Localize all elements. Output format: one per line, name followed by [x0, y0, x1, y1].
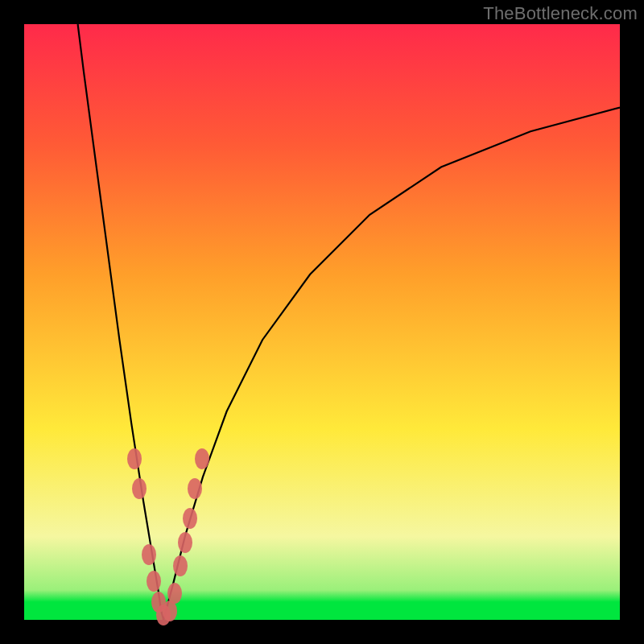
data-marker	[183, 508, 197, 529]
data-marker	[195, 448, 209, 469]
chart-frame: TheBottleneck.com	[0, 0, 644, 644]
data-marker	[142, 544, 156, 565]
curve-layer	[24, 24, 620, 620]
data-marker	[167, 583, 182, 604]
watermark-text: TheBottleneck.com	[483, 3, 638, 24]
data-marker	[178, 532, 192, 553]
data-marker	[127, 448, 142, 469]
curve-right-branch	[163, 108, 620, 620]
data-marker	[132, 478, 147, 499]
plot-area	[24, 24, 620, 620]
curve-left-branch	[78, 24, 164, 620]
